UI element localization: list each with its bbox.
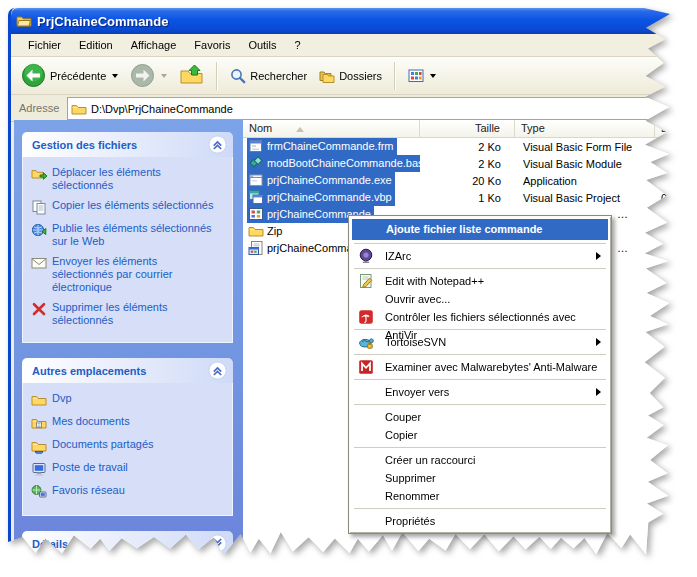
menu-help[interactable]: ?: [286, 36, 310, 54]
menu-item-label: Envoyer vers: [385, 386, 449, 398]
context-menu-item[interactable]: Edit with Notepad++: [351, 272, 609, 290]
file-type: Application: [515, 175, 655, 187]
column-header-taille[interactable]: Taille: [420, 120, 515, 137]
sidebar-panel: Autres emplacementsDvpMes documentsDocum…: [22, 358, 233, 516]
vb-project-icon: [248, 189, 264, 205]
folders-button[interactable]: Dossiers: [315, 66, 386, 86]
context-menu-item[interactable]: Supprimer: [351, 469, 609, 487]
context-menu-item[interactable]: Examiner avec Malwarebytes' Anti-Malware: [351, 358, 609, 376]
sidebar-item[interactable]: Copier les éléments sélectionnés: [31, 199, 228, 215]
chevron-up-icon[interactable]: [208, 361, 227, 380]
menu-item-label: Copier: [385, 429, 417, 441]
malwarebytes-icon: [358, 359, 374, 375]
menu-outils[interactable]: Outils: [239, 36, 285, 54]
file-name-cell: prjChaineCommande.exe: [243, 172, 420, 190]
sidebar-item[interactable]: Dvp: [31, 392, 228, 408]
sidebar-panel: Gestion des fichiersDéplacer les élément…: [22, 132, 233, 343]
context-menu-item[interactable]: Ouvrir avec...: [351, 290, 609, 308]
menu-edition[interactable]: Edition: [70, 36, 122, 54]
context-menu-item[interactable]: Couper: [351, 408, 609, 426]
shared-documents-icon: [31, 438, 47, 454]
file-size: 2 Ko: [420, 141, 515, 153]
file-row[interactable]: prjChaineCommande.exe20 KoApplication05/…: [243, 172, 677, 189]
sidebar-item[interactable]: Envoyer les éléments sélectionnés par co…: [31, 255, 228, 294]
panel-title: Gestion des fichiers: [32, 139, 137, 151]
chevron-down-icon[interactable]: [208, 534, 227, 553]
sidebar-item-label: Supprimer les éléments sélectionnés: [52, 301, 220, 327]
menu-separator: [354, 243, 606, 244]
panel-header[interactable]: Gestion des fichiers: [22, 132, 233, 157]
sidebar-item-label: Documents partagés: [52, 438, 154, 454]
panel-header[interactable]: Autres emplacements: [22, 358, 233, 383]
panel-title: Détails: [32, 538, 68, 550]
network-icon: [31, 484, 47, 500]
views-button[interactable]: [404, 66, 440, 86]
file-size: 1 Ko: [420, 192, 515, 204]
up-button[interactable]: [175, 61, 208, 90]
sidebar-item-label: Dvp: [52, 392, 72, 408]
sidebar-item[interactable]: Favoris réseau: [31, 484, 228, 500]
sidebar-item[interactable]: Documents partagés: [31, 438, 228, 454]
context-menu-item[interactable]: Propriétés: [351, 512, 609, 530]
back-button[interactable]: Précédente: [17, 61, 122, 90]
menu-item-label: TortoiseSVN: [385, 336, 446, 348]
context-menu-item[interactable]: Contrôler les fichiers sélectionnés avec…: [351, 308, 609, 326]
setup-file-icon: [248, 240, 264, 256]
column-header-type[interactable]: Type: [515, 120, 655, 137]
context-menu-item[interactable]: TortoiseSVN: [351, 333, 609, 351]
file-date: 05/08/2: [655, 158, 677, 170]
column-header-date[interactable]: Date de: [655, 120, 677, 137]
sidebar-item-label: Favoris réseau: [52, 484, 125, 500]
screenshot-page: PrjChaineCommande Fichier Edition Affich…: [0, 0, 697, 577]
file-name-cell: prjChaineCommande.vbp: [243, 189, 420, 207]
titlebar[interactable]: PrjChaineCommande: [11, 8, 677, 34]
back-label: Précédente: [50, 70, 106, 82]
context-menu-item[interactable]: Créer un raccourci: [351, 451, 609, 469]
panel-title: Autres emplacements: [32, 365, 146, 377]
context-menu-item[interactable]: Ajoute fichier liste commande: [352, 219, 608, 240]
menu-item-label: Propriétés: [385, 515, 435, 527]
sidebar-item[interactable]: Poste de travail: [31, 461, 228, 477]
folder-open-icon[interactable]: [16, 13, 32, 29]
file-date: 05/08/2: [655, 175, 677, 187]
file-row[interactable]: modBootChaineCommande.bas2 KoVisual Basi…: [243, 155, 677, 172]
sidebar-item-label: Poste de travail: [52, 461, 128, 477]
forward-button[interactable]: [126, 61, 171, 90]
vb-form-icon: [248, 138, 264, 154]
panel-header[interactable]: Détails: [22, 531, 233, 556]
context-menu-item[interactable]: Copier: [351, 426, 609, 444]
back-caret-icon[interactable]: [112, 74, 118, 78]
menu-item-label: Supprimer: [385, 472, 436, 484]
menu-favoris[interactable]: Favoris: [185, 36, 239, 54]
sidebar-item[interactable]: Mes documents: [31, 415, 228, 431]
folders-label: Dossiers: [339, 70, 382, 82]
search-button[interactable]: Rechercher: [226, 66, 311, 86]
address-label: Adresse: [19, 102, 59, 114]
menu-separator: [354, 379, 606, 380]
sidebar-item[interactable]: Publie les éléments sélectionnés sur le …: [31, 222, 228, 248]
computer-icon: [31, 461, 47, 477]
sidebar-item[interactable]: Déplacer les éléments sélectionnés: [31, 166, 228, 192]
context-menu-item[interactable]: Renommer: [351, 487, 609, 505]
file-name: prjChaineCommande.vbp: [267, 191, 392, 203]
sidebar-item[interactable]: Supprimer les éléments sélectionnés: [31, 301, 228, 327]
menubar: Fichier Edition Affichage Favoris Outils…: [11, 34, 677, 57]
move-items-icon: [31, 166, 47, 182]
search-label: Rechercher: [250, 70, 307, 82]
menu-fichier[interactable]: Fichier: [19, 36, 70, 54]
menu-affichage[interactable]: Affichage: [122, 36, 186, 54]
file-type: Visual Basic Module: [515, 158, 655, 170]
file-row[interactable]: frmChaineCommande.frm2 KoVisual Basic Fo…: [243, 138, 677, 155]
file-row[interactable]: prjChaineCommande.vbp1 KoVisual Basic Pr…: [243, 189, 677, 206]
file-type-truncated: …: [617, 242, 628, 254]
chevron-up-icon[interactable]: [208, 135, 227, 154]
context-menu-item[interactable]: IZArc: [351, 247, 609, 265]
menu-separator: [354, 447, 606, 448]
column-header-nom[interactable]: Nom: [243, 120, 420, 137]
panel-body: Déplacer les éléments sélectionnésCopier…: [22, 157, 233, 343]
context-menu-item[interactable]: Envoyer vers: [351, 383, 609, 401]
address-input[interactable]: D:\Dvp\PrjChaineCommande: [67, 97, 677, 120]
menu-item-label: Edit with Notepad++: [385, 275, 484, 287]
address-value: D:\Dvp\PrjChaineCommande: [91, 103, 233, 115]
sort-asc-icon: [296, 127, 304, 132]
